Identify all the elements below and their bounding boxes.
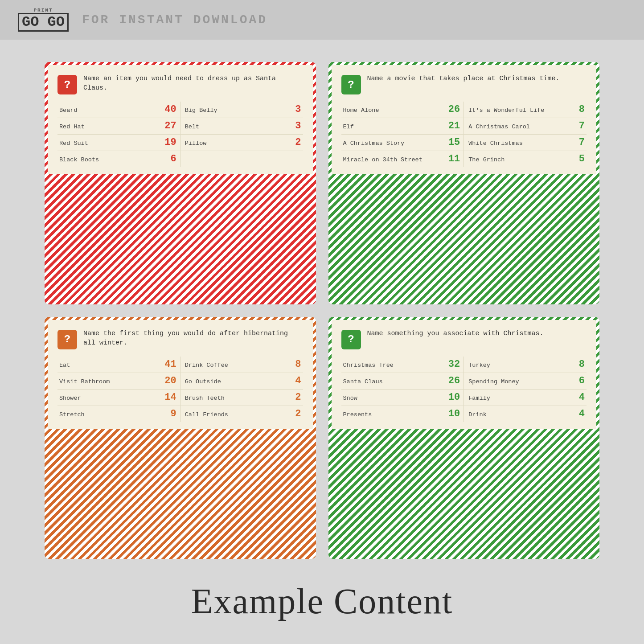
card-4: ?Name something you associate with Chris… (332, 320, 597, 429)
card-wrapper-3: ?Name the first thing you would do after… (45, 317, 316, 559)
answer-text: Miracle on 34th Street (343, 156, 448, 163)
answer-text: Brush Teeth (185, 395, 289, 402)
answer-score: 3 (289, 121, 301, 131)
card-2: ?Name a movie that takes place at Christ… (332, 65, 597, 174)
answer-row-right-1-4 (180, 151, 303, 157)
answer-score: 10 (447, 409, 460, 419)
answer-text: Shower (59, 395, 164, 402)
question-icon-2: ? (341, 75, 361, 94)
answer-text: Beard (59, 107, 164, 114)
col-left-4: Christmas Tree32Santa Claus26Snow10Prese… (341, 357, 464, 422)
answer-text: White Christmas (468, 140, 572, 147)
answer-text: Presents (343, 411, 448, 418)
answer-score: 21 (447, 121, 460, 131)
answer-text: Turkey (468, 362, 572, 369)
answer-row-right-2-1: It's a Wonderful Life8 (464, 102, 587, 118)
answer-text: Big Belly (185, 107, 289, 114)
answer-text: Belt (185, 123, 289, 130)
card-3: ?Name the first thing you would do after… (48, 320, 313, 429)
answer-text: Santa Claus (343, 378, 448, 385)
answer-score: 3 (289, 105, 301, 115)
col-right-1: Big Belly3Belt3Pillow2 (180, 102, 303, 167)
answer-row-left-3-1: Eat41 (57, 357, 180, 373)
answer-row-left-1-1: Beard40 (57, 102, 180, 118)
col-left-2: Home Alone26Elf21A Christmas Story15Mira… (341, 102, 464, 167)
answer-text: Call Friends (185, 411, 289, 418)
answer-row-left-1-3: Red Suit19 (57, 135, 180, 151)
col-left-1: Beard40Red Hat27Red Suit19Black Boots6 (57, 102, 180, 167)
card-header-1: ?Name an item you would need to dress up… (57, 74, 303, 94)
answer-score: 2 (289, 409, 301, 419)
answer-text: It's a Wonderful Life (468, 107, 572, 114)
answer-row-left-2-4: Miracle on 34th Street11 (341, 151, 464, 167)
answer-row-left-4-3: Snow10 (341, 390, 464, 406)
header: PRINT GO GO FOR INSTANT DOWNLOAD (0, 0, 644, 40)
answer-row-right-2-4: The Grinch5 (464, 151, 587, 167)
answer-row-left-3-2: Visit Bathroom20 (57, 373, 180, 390)
answer-score: 27 (164, 121, 176, 131)
answer-score: 6 (164, 154, 176, 164)
logo-gogo-text: GO GO (18, 13, 69, 32)
answer-row-left-1-4: Black Boots6 (57, 151, 180, 167)
card-header-3: ?Name the first thing you would do after… (57, 329, 303, 349)
card-wrapper-4: ?Name something you associate with Chris… (328, 317, 600, 559)
answer-text: Red Suit (59, 140, 164, 147)
answer-row-left-2-3: A Christmas Story15 (341, 135, 464, 151)
answer-text: Home Alone (343, 107, 448, 114)
answer-score: 6 (572, 376, 585, 386)
answer-row-right-3-2: Go Outside4 (180, 373, 303, 390)
cards-grid: ?Name an item you would need to dress up… (0, 40, 644, 577)
answer-score: 4 (572, 409, 585, 419)
answer-text: Elf (343, 123, 448, 130)
answer-text: The Grinch (468, 156, 572, 163)
answer-text: Eat (59, 362, 164, 369)
answer-row-left-2-1: Home Alone26 (341, 102, 464, 118)
answer-score: 14 (164, 393, 176, 402)
header-tagline: FOR INSTANT DOWNLOAD (82, 13, 267, 27)
answer-text: Red Hat (59, 123, 164, 130)
answer-row-left-4-4: Presents10 (341, 406, 464, 422)
answer-row-right-3-4: Call Friends2 (180, 406, 303, 422)
card-1: ?Name an item you would need to dress up… (48, 65, 313, 174)
question-icon-1: ? (57, 75, 77, 94)
answer-text: A Christmas Carol (468, 123, 572, 130)
answer-text: Pillow (185, 140, 289, 147)
card-wrapper-2: ?Name a movie that takes place at Christ… (328, 62, 600, 304)
answer-row-right-4-2: Spending Money6 (464, 373, 587, 390)
answer-row-right-1-3: Pillow2 (180, 135, 303, 151)
card-header-2: ?Name a movie that takes place at Christ… (341, 74, 587, 94)
answer-score: 26 (447, 105, 460, 115)
col-left-3: Eat41Visit Bathroom20Shower14Stretch9 (57, 357, 180, 422)
col-right-3: Drink Coffee8Go Outside4Brush Teeth2Call… (180, 357, 303, 422)
answer-score: 15 (447, 138, 460, 148)
answer-row-right-4-3: Family4 (464, 390, 587, 406)
answer-text: Drink (468, 411, 572, 418)
answer-text: Go Outside (185, 378, 289, 385)
col-right-4: Turkey8Spending Money6Family4Drink4 (464, 357, 587, 422)
answers-cols-1: Beard40Red Hat27Red Suit19Black Boots6Bi… (57, 102, 303, 167)
answer-text: Family (468, 395, 572, 402)
footer-text: Example Content (191, 582, 453, 621)
answer-row-right-3-1: Drink Coffee8 (180, 357, 303, 373)
answer-row-left-4-1: Christmas Tree32 (341, 357, 464, 373)
answer-row-right-1-2: Belt3 (180, 118, 303, 135)
answer-score: 9 (164, 409, 176, 419)
logo-print-text: PRINT (34, 8, 53, 13)
answer-row-left-3-3: Shower14 (57, 390, 180, 406)
answer-text: Christmas Tree (343, 362, 448, 369)
answer-score: 20 (164, 376, 176, 386)
answer-score: 4 (289, 376, 301, 386)
answer-row-right-4-1: Turkey8 (464, 357, 587, 373)
card-title-3: Name the first thing you would do after … (83, 329, 303, 348)
answer-row-right-1-1: Big Belly3 (180, 102, 303, 118)
answer-row-right-2-2: A Christmas Carol7 (464, 118, 587, 135)
answer-text: Black Boots (59, 156, 164, 163)
answer-score: 5 (572, 154, 585, 164)
question-icon-4: ? (341, 330, 361, 349)
answer-score: 32 (447, 360, 460, 369)
answer-row-right-4-4: Drink4 (464, 406, 587, 422)
question-icon-3: ? (57, 330, 77, 349)
answer-score: 8 (572, 105, 585, 115)
answer-score: 7 (572, 121, 585, 131)
answer-text: A Christmas Story (343, 140, 448, 147)
